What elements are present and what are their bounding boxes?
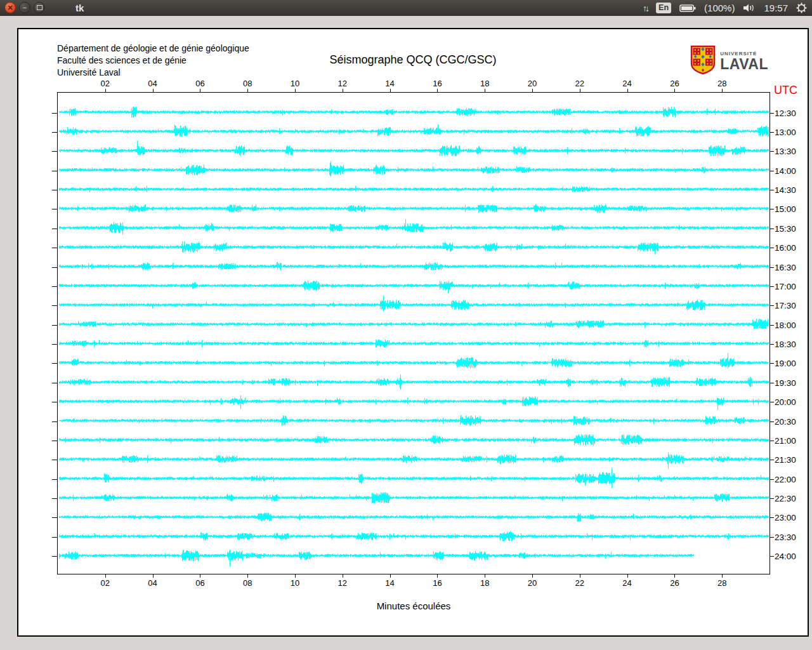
trace-tick-left [52, 537, 58, 538]
x-axis-tick-bottom [153, 574, 154, 578]
x-axis-tick-top [247, 89, 248, 93]
x-axis-tick-top [437, 89, 438, 93]
x-axis-tick-top [200, 89, 200, 93]
utc-time-label: 12:30 [775, 108, 796, 117]
x-axis-tick-top [105, 89, 106, 93]
trace-tick-left [52, 132, 58, 133]
utc-time-label: 13:00 [775, 127, 796, 136]
trace-tick-left [52, 421, 58, 422]
x-axis-tick-bottom [105, 574, 106, 578]
battery-percentage: (100%) [704, 3, 735, 13]
trace-tick-left [52, 556, 58, 557]
x-axis-tick-top [580, 89, 580, 93]
x-axis-tick-bottom [200, 574, 200, 578]
trace-tick-left [52, 190, 58, 190]
clock[interactable]: 19:57 [764, 3, 788, 13]
volume-icon[interactable] [743, 3, 756, 13]
x-axis-label-bottom: 10 [291, 578, 299, 588]
x-axis-tick-bottom [532, 574, 533, 578]
trace-tick-left [52, 151, 58, 152]
x-axis-tick-bottom [247, 574, 248, 578]
x-axis-label-top: 06 [195, 79, 204, 88]
trace-tick-right [769, 325, 774, 326]
x-axis-label-top: 26 [670, 79, 679, 88]
laval-shield-icon [690, 45, 716, 77]
window-minimize-button[interactable]: − [19, 2, 30, 13]
session-gear-icon[interactable] [796, 3, 807, 13]
network-arrows-icon[interactable]: ↑↓ [643, 3, 648, 13]
trace-tick-left [52, 441, 58, 441]
utc-time-label: 23:30 [775, 532, 796, 541]
trace-tick-right [769, 383, 774, 383]
helicorder-plot: UTC 020204040606080810101212141416161818… [57, 92, 770, 574]
utc-time-label: 19:00 [775, 359, 796, 368]
keyboard-layout-indicator[interactable]: En [656, 3, 671, 13]
utc-time-label: 18:30 [775, 340, 796, 349]
trace-tick-right [769, 498, 774, 499]
window-close-button[interactable]: ✕ [4, 2, 16, 13]
trace-tick-left [52, 229, 58, 229]
trace-tick-left [52, 383, 58, 383]
utc-time-label: 22:30 [775, 494, 796, 503]
x-axis-label-top: 02 [101, 79, 110, 88]
utc-time-label: 15:00 [775, 204, 796, 214]
utc-time-label: 14:30 [775, 185, 796, 195]
trace-tick-left [52, 209, 58, 209]
utc-time-label: 22:00 [775, 474, 796, 484]
utc-time-label: 14:00 [775, 166, 796, 175]
trace-tick-right [769, 402, 774, 402]
trace-tick-right [769, 460, 774, 460]
trace-tick-left [52, 248, 58, 248]
trace-tick-left [52, 344, 58, 345]
x-axis-label-top: 04 [148, 79, 157, 88]
window-titlebar: ✕ − tk ↑↓ En (100%) 19:57 [0, 0, 812, 16]
x-axis-label-top: 16 [433, 79, 442, 88]
trace-tick-right [769, 151, 774, 152]
x-axis-label-bottom: 22 [575, 578, 584, 588]
x-axis-label-bottom: 14 [385, 578, 394, 588]
trace-tick-left [52, 286, 58, 287]
trace-tick-right [769, 171, 774, 171]
utc-time-label: 23:00 [775, 513, 796, 522]
trace-tick-left [52, 325, 58, 326]
battery-icon[interactable] [679, 4, 696, 13]
trace-tick-right [769, 441, 774, 441]
trace-tick-left [52, 479, 58, 480]
x-axis-label-bottom: 18 [480, 578, 489, 588]
trace-tick-left [52, 363, 58, 364]
seismograph-window-canvas: Département de géologie et de génie géol… [17, 28, 809, 637]
institution-line-3: Université Laval [57, 67, 249, 79]
x-axis-label-bottom: 08 [243, 578, 252, 588]
x-axis-label-top: 14 [385, 79, 394, 88]
trace-tick-left [52, 305, 58, 306]
x-axis-label-top: 10 [291, 79, 299, 88]
universite-laval-logo: UNIVERSITÉ LAVAL [690, 45, 768, 77]
x-axis-tick-top [722, 89, 723, 93]
trace-tick-right [769, 517, 774, 518]
trace-tick-right [769, 248, 774, 248]
x-axis-label-top: 24 [622, 79, 631, 88]
utc-time-label: 16:30 [775, 262, 796, 272]
x-axis-tick-bottom [722, 574, 723, 578]
window-maximize-button[interactable] [34, 2, 45, 13]
utc-time-label: 21:30 [775, 455, 796, 465]
maximize-icon [37, 5, 43, 10]
x-axis-label-bottom: 26 [670, 578, 679, 588]
x-axis-tick-top [153, 89, 154, 93]
x-axis-tick-bottom [437, 574, 438, 578]
utc-corner-label: UTC [774, 84, 797, 97]
x-axis-label-top: 18 [480, 79, 489, 88]
utc-time-label: 18:00 [775, 320, 796, 329]
x-axis-tick-bottom [674, 574, 675, 578]
utc-time-label: 17:30 [775, 301, 796, 310]
trace-tick-left [52, 113, 58, 114]
utc-time-label: 17:00 [775, 281, 796, 291]
trace-tick-right [769, 556, 774, 557]
x-axis-label-bottom: 12 [338, 578, 347, 588]
screen: { "titlebar": { "title": "tk", "close_gl… [0, 0, 812, 650]
x-axis-label-bottom: 28 [717, 578, 726, 588]
trace-tick-right [769, 344, 774, 345]
x-axis-label-top: 08 [243, 79, 252, 88]
trace-tick-left [52, 267, 58, 268]
trace-tick-right [769, 537, 774, 538]
